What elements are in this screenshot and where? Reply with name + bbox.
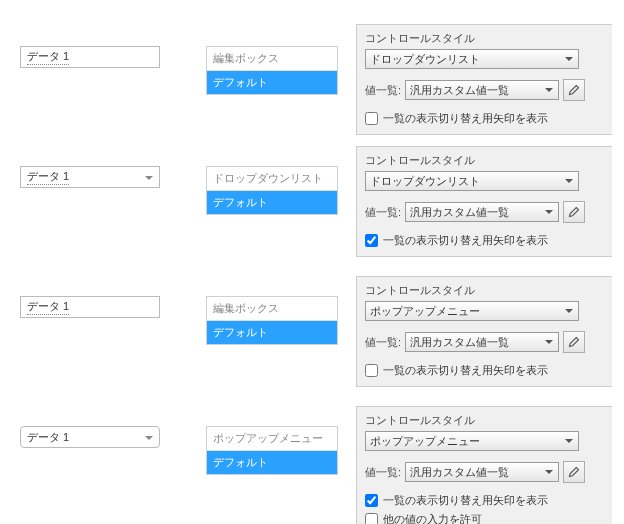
inspector-panel: コントロールスタイル ポップアップメニュー 値一覧: 汎用カスタム値一覧 一覧の… xyxy=(356,406,612,524)
field-text: データ 1 xyxy=(27,430,69,445)
field-sample[interactable]: データ 1 xyxy=(20,296,160,318)
field-text: データ 1 xyxy=(27,49,69,65)
style-list-header: 編集ボックス xyxy=(207,297,337,321)
allow-other-checkbox-row[interactable]: 他の値の入力を許可 xyxy=(365,512,604,524)
show-arrow-label: 一覧の表示切り替え用矢印を表示 xyxy=(383,493,548,508)
show-arrow-checkbox-row[interactable]: 一覧の表示切り替え用矢印を表示 xyxy=(365,111,604,126)
style-list-header: 編集ボックス xyxy=(207,47,337,71)
inspector-panel: コントロールスタイル ドロップダウンリスト 値一覧: 汎用カスタム値一覧 一覧の… xyxy=(356,24,612,135)
control-style-dropdown[interactable]: ドロップダウンリスト xyxy=(365,171,579,191)
field-sample[interactable]: データ 1 xyxy=(20,426,160,448)
value-list-label: 値一覧: xyxy=(365,83,401,98)
show-arrow-label: 一覧の表示切り替え用矢印を表示 xyxy=(383,111,548,126)
pencil-icon xyxy=(568,336,580,348)
style-list[interactable]: ポップアップメニュー デフォルト xyxy=(206,426,338,475)
pencil-icon xyxy=(568,466,580,478)
style-list-header: ドロップダウンリスト xyxy=(207,167,337,191)
show-arrow-checkbox[interactable] xyxy=(365,234,378,247)
field-sample[interactable]: データ 1 xyxy=(20,46,160,68)
edit-value-list-button[interactable] xyxy=(563,461,585,483)
value-list-label: 値一覧: xyxy=(365,205,401,220)
show-arrow-checkbox[interactable] xyxy=(365,112,378,125)
show-arrow-label: 一覧の表示切り替え用矢印を表示 xyxy=(383,363,548,378)
show-arrow-checkbox-row[interactable]: 一覧の表示切り替え用矢印を表示 xyxy=(365,233,604,248)
edit-value-list-button[interactable] xyxy=(563,201,585,223)
style-list[interactable]: 編集ボックス デフォルト xyxy=(206,296,338,345)
edit-value-list-button[interactable] xyxy=(563,79,585,101)
show-arrow-label: 一覧の表示切り替え用矢印を表示 xyxy=(383,233,548,248)
style-list-header: ポップアップメニュー xyxy=(207,427,337,451)
control-style-dropdown[interactable]: ポップアップメニュー xyxy=(365,301,579,321)
style-list[interactable]: 編集ボックス デフォルト xyxy=(206,46,338,95)
show-arrow-checkbox-row[interactable]: 一覧の表示切り替え用矢印を表示 xyxy=(365,493,604,508)
value-list-dropdown[interactable]: 汎用カスタム値一覧 xyxy=(405,202,559,222)
show-arrow-checkbox[interactable] xyxy=(365,364,378,377)
field-sample[interactable]: データ 1 xyxy=(20,166,160,188)
control-style-label: コントロールスタイル xyxy=(365,413,604,428)
allow-other-checkbox[interactable] xyxy=(365,513,378,524)
control-style-label: コントロールスタイル xyxy=(365,31,604,46)
value-list-dropdown[interactable]: 汎用カスタム値一覧 xyxy=(405,332,559,352)
value-list-label: 値一覧: xyxy=(365,335,401,350)
style-list-selected[interactable]: デフォルト xyxy=(207,191,337,214)
field-text: データ 1 xyxy=(27,299,69,315)
show-arrow-checkbox[interactable] xyxy=(365,494,378,507)
edit-value-list-button[interactable] xyxy=(563,331,585,353)
value-list-dropdown[interactable]: 汎用カスタム値一覧 xyxy=(405,80,559,100)
pencil-icon xyxy=(568,206,580,218)
style-list-selected[interactable]: デフォルト xyxy=(207,321,337,344)
control-style-label: コントロールスタイル xyxy=(365,153,604,168)
control-style-dropdown[interactable]: ドロップダウンリスト xyxy=(365,49,579,69)
control-style-dropdown[interactable]: ポップアップメニュー xyxy=(365,431,579,451)
inspector-panel: コントロールスタイル ポップアップメニュー 値一覧: 汎用カスタム値一覧 一覧の… xyxy=(356,276,612,387)
field-text: データ 1 xyxy=(27,169,69,185)
control-style-label: コントロールスタイル xyxy=(365,283,604,298)
value-list-dropdown[interactable]: 汎用カスタム値一覧 xyxy=(405,462,559,482)
pencil-icon xyxy=(568,84,580,96)
value-list-label: 値一覧: xyxy=(365,465,401,480)
style-list-selected[interactable]: デフォルト xyxy=(207,71,337,94)
style-list-selected[interactable]: デフォルト xyxy=(207,451,337,474)
style-list[interactable]: ドロップダウンリスト デフォルト xyxy=(206,166,338,215)
allow-other-label: 他の値の入力を許可 xyxy=(383,512,482,524)
show-arrow-checkbox-row[interactable]: 一覧の表示切り替え用矢印を表示 xyxy=(365,363,604,378)
inspector-panel: コントロールスタイル ドロップダウンリスト 値一覧: 汎用カスタム値一覧 一覧の… xyxy=(356,146,612,257)
